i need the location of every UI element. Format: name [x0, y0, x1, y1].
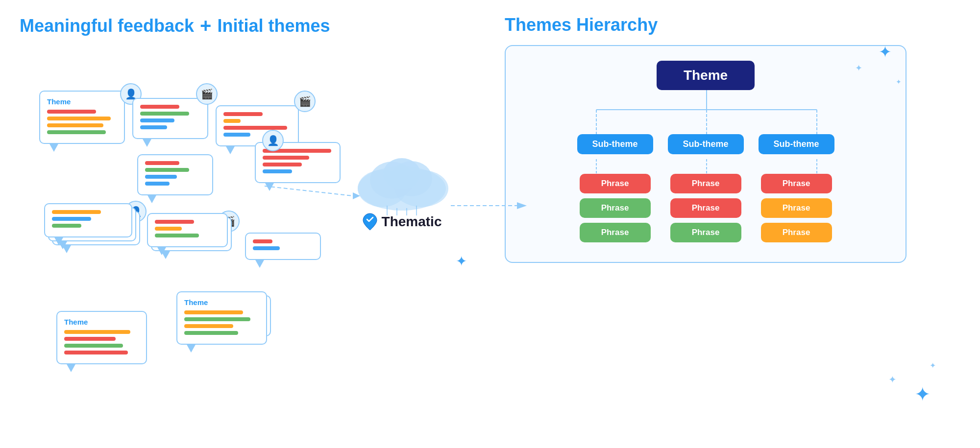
title-plus: +: [200, 15, 211, 37]
bar: [223, 126, 287, 130]
subtheme-node-2: Sub-theme: [668, 134, 744, 154]
phrase-node-3-2: Phrase: [761, 198, 832, 218]
bar: [47, 117, 111, 120]
bar: [184, 324, 233, 328]
bar: [140, 105, 179, 109]
bar: [140, 112, 189, 116]
sparkle-1: ✦: [879, 44, 892, 60]
phrase-node-3-3: Phrase: [761, 223, 832, 242]
phrase-node-2-1: Phrase: [670, 174, 741, 193]
bar: [263, 163, 302, 166]
sparkle-2: ✦: [855, 64, 862, 72]
thematic-logo-text: Thematic: [382, 214, 442, 230]
thematic-cloud-area: Thematic: [343, 152, 461, 231]
bar: [145, 168, 189, 172]
avatar-icon-4: 👤: [262, 130, 284, 151]
bar: [184, 310, 243, 314]
phrase-col-1: Phrase Phrase Phrase: [577, 174, 653, 242]
card-theme-label-2: Theme: [64, 318, 139, 326]
bar: [223, 133, 250, 137]
title-part1: Meaningful feedback: [20, 16, 194, 36]
bar: [47, 123, 103, 127]
bar: [263, 169, 292, 173]
phrase-node-1-2: Phrase: [580, 198, 651, 218]
bar: [52, 217, 91, 221]
feedback-card-1: Theme: [39, 91, 125, 144]
left-title: Meaningful feedback + Initial themes: [20, 15, 485, 37]
bar: [47, 130, 106, 134]
phrase-node-3-1: Phrase: [761, 174, 832, 193]
bar: [145, 182, 170, 186]
phrase-col-2: Phrase Phrase Phrase: [668, 174, 744, 242]
feedback-card-2: [132, 98, 208, 139]
phrase-node-1-3: Phrase: [580, 223, 651, 242]
main-container: Meaningful feedback + Initial themes The…: [0, 0, 980, 448]
sparkle-7: ✦: [930, 362, 936, 370]
card-theme-label-1: Theme: [47, 97, 117, 106]
bar: [52, 210, 101, 214]
phrase-node-2-3: Phrase: [670, 223, 741, 242]
sparkle-3: ✦: [896, 78, 902, 85]
bar: [64, 337, 116, 341]
sparkle-5: ✦: [914, 384, 931, 404]
bar: [64, 351, 128, 354]
feedback-card-theme-bottom-right: Theme: [176, 291, 267, 345]
bar: [140, 118, 174, 122]
phrases-row-1: Phrase Phrase Phrase Phrase Phrase Phras…: [520, 174, 891, 242]
bar: [64, 330, 130, 334]
card-theme-label-3: Theme: [184, 298, 259, 307]
theme-connector-svg: [520, 90, 893, 134]
bar: [263, 156, 309, 160]
sparkle-6: ✦: [888, 375, 897, 384]
cards-area: Theme 👤 🎬: [29, 51, 372, 419]
bar: [253, 239, 272, 243]
hierarchy-box: Theme Sub-theme Sub-theme Sub-theme: [505, 45, 906, 263]
bar: [223, 119, 241, 123]
bar: [64, 344, 123, 348]
subtheme-node-3: Sub-theme: [759, 134, 834, 154]
subtheme-node-1: Sub-theme: [577, 134, 653, 154]
bar: [52, 224, 81, 228]
bar: [140, 125, 167, 129]
bar: [253, 246, 280, 250]
feedback-card-theme-bottom: Theme: [56, 311, 147, 364]
title-part2: Initial themes: [217, 16, 330, 36]
right-panel: Themes Hierarchy Theme Sub-theme S: [485, 15, 960, 433]
avatar-icon-3: 🎬: [294, 91, 316, 112]
bar: [145, 161, 179, 165]
hierarchy-theme-node: Theme: [657, 61, 755, 90]
sparkle-4: ✦: [456, 255, 467, 268]
feedback-card-4: [216, 105, 299, 146]
bar: [47, 110, 96, 114]
bar: [223, 112, 263, 116]
bar: [184, 317, 250, 321]
feedback-card-right-lower: [245, 233, 321, 260]
bar: [184, 331, 238, 335]
bar: [155, 220, 194, 224]
left-panel: Meaningful feedback + Initial themes The…: [20, 15, 485, 433]
feedback-card-stack-1: [44, 203, 132, 237]
feedback-card-3: [137, 154, 213, 195]
phrase-node-1-1: Phrase: [580, 174, 651, 193]
phrase-col-3: Phrase Phrase Phrase: [759, 174, 834, 242]
thematic-logo-icon: [362, 212, 378, 231]
bar: [155, 234, 199, 237]
feedback-card-mid: [147, 213, 228, 247]
cloud-svg: [348, 152, 456, 215]
avatar-icon-2: 🎬: [196, 83, 218, 105]
bar: [145, 175, 177, 179]
right-title: Themes Hierarchy: [505, 15, 960, 35]
phrase-connector-svg: [520, 159, 893, 174]
bar: [155, 227, 182, 231]
phrase-node-2-2: Phrase: [670, 198, 741, 218]
svg-point-5: [383, 158, 420, 189]
subtheme-row: Sub-theme Sub-theme Sub-theme: [520, 134, 891, 154]
